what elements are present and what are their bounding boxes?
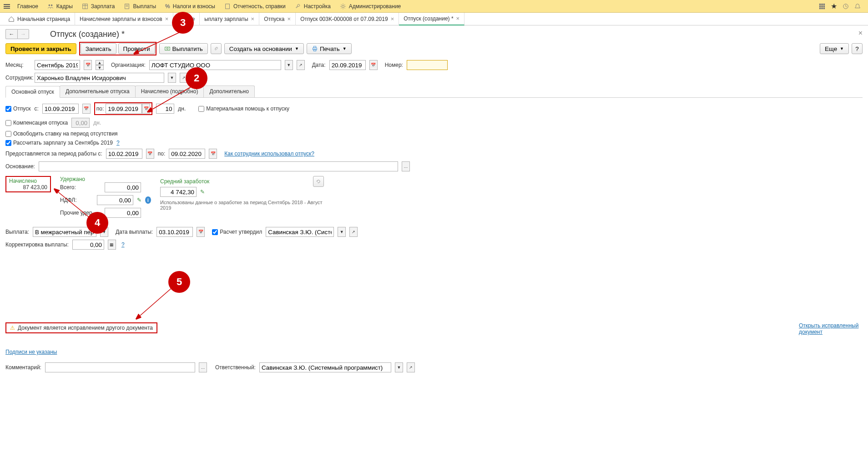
responsible-field[interactable] bbox=[259, 362, 391, 372]
signatures-link[interactable]: Подписи не указаны bbox=[5, 349, 57, 355]
pencil-icon[interactable]: ✎ bbox=[200, 189, 205, 195]
ellipsis-icon[interactable]: … bbox=[402, 161, 410, 171]
subtab-main[interactable]: Основной отпуск bbox=[5, 86, 60, 98]
nav-forward-button[interactable]: → bbox=[17, 29, 29, 39]
doc-icon bbox=[124, 3, 130, 10]
correction-field[interactable] bbox=[72, 240, 104, 250]
release-checkbox[interactable]: Освободить ставку на период отсутствия bbox=[5, 131, 118, 137]
menu-reports[interactable]: Отчетность, справки bbox=[220, 1, 290, 11]
refresh-button[interactable] bbox=[313, 176, 324, 187]
month-field[interactable] bbox=[35, 60, 80, 70]
nav-back-button[interactable]: ← bbox=[5, 29, 17, 39]
close-icon[interactable]: × bbox=[391, 15, 394, 22]
calendar-icon[interactable]: 📅 bbox=[197, 227, 205, 237]
ndfl-field[interactable] bbox=[97, 195, 133, 205]
period-to-field[interactable] bbox=[169, 149, 205, 159]
comment-field[interactable] bbox=[45, 362, 195, 372]
tab-current[interactable]: Отпуск (создание) *× bbox=[399, 13, 464, 25]
pay-button[interactable]: Выплатить bbox=[159, 43, 208, 54]
save-button[interactable]: Записать bbox=[81, 43, 116, 54]
print-button[interactable]: Печать▼ bbox=[307, 43, 352, 54]
calendar-icon[interactable]: 📅 bbox=[209, 149, 217, 159]
payment-field[interactable] bbox=[33, 227, 96, 237]
from-date-field[interactable] bbox=[42, 104, 79, 114]
compensation-checkbox[interactable]: Компенсация отпуска bbox=[5, 120, 68, 126]
tab-vacation-doc[interactable]: Отпуск 003K-000008 от 07.09.2019× bbox=[296, 13, 399, 25]
create-based-button[interactable]: Создать на основании▼ bbox=[224, 43, 304, 54]
close-icon[interactable]: × bbox=[456, 15, 460, 22]
pay-date-field[interactable] bbox=[156, 227, 193, 237]
calendar-icon[interactable]: 📅 bbox=[84, 60, 92, 70]
dropdown-icon[interactable]: ▼ bbox=[168, 73, 176, 83]
month-label: Месяц: bbox=[5, 62, 31, 68]
info-icon[interactable]: i bbox=[145, 196, 151, 204]
menu-payments[interactable]: Выплаты bbox=[119, 1, 161, 11]
more-button[interactable]: Еще▼ bbox=[820, 43, 849, 54]
apps-icon[interactable] bbox=[819, 3, 825, 10]
dropdown-icon[interactable]: ▼ bbox=[338, 227, 346, 237]
calendar-icon[interactable]: 📅 bbox=[142, 104, 150, 114]
dropdown-icon[interactable]: ▼ bbox=[285, 60, 293, 70]
tab-paystatements[interactable]: ыплату зарплаты× bbox=[200, 13, 259, 25]
open-icon[interactable]: ↗ bbox=[349, 227, 358, 237]
star-icon[interactable]: ★ bbox=[831, 2, 837, 10]
ellipsis-icon[interactable]: … bbox=[199, 362, 207, 372]
from-label: с: bbox=[34, 105, 38, 112]
other-field[interactable] bbox=[105, 208, 141, 218]
calc-icon[interactable]: ▦ bbox=[108, 240, 116, 250]
close-icon[interactable]: × bbox=[251, 15, 255, 22]
calendar-icon[interactable]: 📅 bbox=[369, 60, 378, 70]
to-date-field[interactable] bbox=[106, 104, 142, 114]
help-button[interactable]: ? bbox=[852, 43, 863, 54]
calendar-icon[interactable]: 📅 bbox=[146, 149, 154, 159]
svg-rect-15 bbox=[823, 5, 825, 7]
date-field[interactable] bbox=[329, 60, 366, 70]
tab-vacations[interactable]: Отпуска× bbox=[259, 13, 296, 25]
subtab-additional[interactable]: Дополнительные отпуска bbox=[60, 85, 136, 97]
history-icon[interactable] bbox=[843, 3, 849, 10]
spin-up-icon[interactable]: ▲ bbox=[96, 60, 104, 65]
help-link[interactable]: ? bbox=[121, 241, 125, 248]
calendar-icon[interactable]: 📅 bbox=[82, 104, 91, 114]
days-field[interactable] bbox=[156, 104, 174, 114]
menu-settings[interactable]: Настройка bbox=[290, 1, 335, 11]
close-page-button[interactable]: × bbox=[858, 29, 863, 37]
approved-checkbox[interactable]: Расчет утвердил bbox=[212, 229, 262, 235]
subtab-extra[interactable]: Дополнительно bbox=[203, 85, 254, 97]
total-field[interactable] bbox=[105, 182, 141, 192]
open-corrected-link[interactable]: Открыть исправленный документ bbox=[799, 322, 863, 335]
svg-rect-23 bbox=[313, 46, 316, 48]
menu-admin[interactable]: Администрирование bbox=[335, 1, 405, 11]
number-field[interactable] bbox=[407, 60, 448, 70]
open-icon[interactable]: ↗ bbox=[297, 60, 305, 70]
top-menu-bar: Главное Кадры Зарплата Выплаты %Налоги и… bbox=[0, 0, 868, 13]
avg-field[interactable] bbox=[160, 187, 197, 197]
menu-salary[interactable]: Зарплата bbox=[77, 1, 120, 11]
post-close-button[interactable]: Провести и закрыть bbox=[5, 43, 76, 54]
help-link[interactable]: ? bbox=[116, 140, 120, 146]
hamburger-icon[interactable] bbox=[4, 4, 10, 9]
usage-link[interactable]: Как сотрудник использовал отпуск? bbox=[224, 151, 314, 157]
calc-salary-checkbox[interactable]: Рассчитать зарплату за Сентябрь 2019 bbox=[5, 140, 113, 146]
menu-taxes[interactable]: %Налоги и взносы bbox=[161, 1, 220, 11]
dropdown-icon[interactable]: ▼ bbox=[395, 362, 403, 372]
approved-field[interactable] bbox=[266, 227, 334, 237]
employee-field[interactable] bbox=[35, 73, 164, 83]
org-field[interactable] bbox=[149, 60, 281, 70]
period-from-field[interactable] bbox=[106, 149, 142, 159]
close-icon[interactable]: × bbox=[288, 15, 291, 22]
menu-personnel[interactable]: Кадры bbox=[43, 1, 77, 11]
post-button[interactable]: Провести bbox=[118, 43, 155, 54]
bell-icon[interactable] bbox=[854, 3, 861, 10]
spin-down-icon[interactable]: ▼ bbox=[96, 65, 104, 70]
tab-start[interactable]: Начальная страница bbox=[4, 13, 75, 25]
menu-main[interactable]: Главное bbox=[13, 1, 43, 11]
vacation-checkbox[interactable]: Отпуск bbox=[5, 105, 30, 112]
open-icon[interactable]: ↗ bbox=[407, 362, 415, 372]
tab-payroll[interactable]: Начисление зарплаты и взносов× bbox=[75, 13, 173, 25]
pencil-icon[interactable]: ✎ bbox=[137, 197, 141, 203]
attach-button[interactable] bbox=[211, 43, 222, 54]
basis-field[interactable] bbox=[39, 161, 398, 171]
material-help-checkbox[interactable]: Материальная помощь к отпуску bbox=[198, 105, 289, 112]
close-icon[interactable]: × bbox=[165, 15, 169, 22]
